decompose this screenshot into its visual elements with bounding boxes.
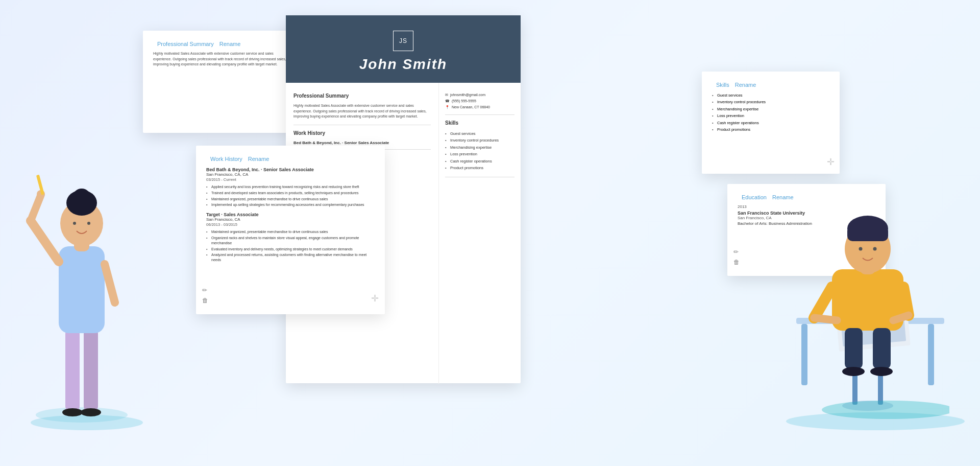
job2-bullet: Analyzed and processed returns, assistin… — [206, 252, 375, 263]
woman-figure-svg — [26, 129, 138, 425]
edu-pencil-icon[interactable]: ✏ — [733, 248, 740, 255]
svg-rect-38 — [845, 328, 863, 369]
job2-title: Target · Sales Associate — [206, 212, 375, 217]
card-actions: ✏ 🗑 — [202, 287, 208, 304]
skill-item: Guest services — [712, 92, 829, 99]
job1-bullet: Maintained organized, presentable mercha… — [206, 196, 375, 202]
svg-point-4 — [81, 408, 101, 416]
work-history-card: Work History Rename Bed Bath & Beyond, I… — [196, 146, 385, 314]
job1-bullets: Applied security and loss prevention tra… — [206, 184, 375, 208]
svg-line-36 — [903, 287, 909, 315]
skill-item: Guest services — [445, 130, 514, 137]
summary-text: Highly motivated Sales Associate with ex… — [153, 51, 291, 67]
ps-title: Professional Summary — [293, 93, 431, 100]
skill-item: Loss prevention — [445, 151, 514, 158]
skill-item: Product promotions — [712, 127, 829, 134]
skill-item: Loss prevention — [712, 113, 829, 120]
svg-point-41 — [870, 367, 893, 376]
svg-line-15 — [105, 264, 115, 302]
svg-point-17 — [87, 222, 90, 225]
svg-point-40 — [842, 367, 865, 376]
skill-item: Cash register operations — [712, 120, 829, 127]
person-right — [786, 159, 949, 425]
location-icon: 📍 — [445, 105, 450, 109]
skills-section-title: Skills Rename — [712, 82, 829, 88]
job2-bullet: Maintained organized, presentable mercha… — [206, 229, 375, 235]
trash-icon[interactable]: 🗑 — [202, 297, 208, 304]
svg-point-44 — [822, 401, 949, 419]
svg-line-11 — [31, 195, 41, 221]
contact-location: 📍 New Canaan, CT 06840 — [445, 105, 514, 109]
job2-dates: 06/2013 - 03/2015 — [206, 222, 375, 227]
svg-point-0 — [36, 407, 128, 423]
svg-point-43 — [873, 247, 877, 251]
job1-bullet: Trained and developed sales team associa… — [206, 190, 375, 196]
contact-phone: ☎ (555) 555-5555 — [445, 99, 514, 103]
job2-bullets: Maintained organized, presentable mercha… — [206, 229, 375, 263]
skills-card: Skills Rename Guest services Inventory c… — [702, 72, 840, 174]
skill-item: Inventory control procedures — [712, 99, 829, 106]
svg-rect-19 — [801, 324, 807, 385]
svg-point-3 — [62, 408, 83, 416]
summary-rename-button[interactable]: Rename — [219, 41, 241, 47]
job1-bullet: Applied security and loss prevention tra… — [206, 184, 375, 190]
svg-point-42 — [859, 247, 863, 251]
svg-rect-33 — [847, 226, 888, 241]
skill-item: Inventory control procedures — [445, 137, 514, 145]
professional-summary-card: Professional Summary Rename Highly motiv… — [143, 31, 301, 133]
svg-rect-39 — [873, 328, 891, 369]
edu-trash-icon[interactable]: 🗑 — [733, 259, 740, 266]
job2-bullet: Evaluated inventory and delivery needs, … — [206, 246, 375, 252]
skill-item: Cash register operations — [445, 158, 514, 165]
svg-rect-5 — [59, 246, 105, 333]
wh-rename-button[interactable]: Rename — [248, 156, 270, 162]
phone-icon: ☎ — [445, 99, 450, 103]
skill-item: Product promotions — [445, 165, 514, 172]
job1-company: San Francisco, CA, CA — [206, 172, 375, 177]
contact-email: ✉ johnsmith@gmail.com — [445, 93, 514, 97]
skills-title-right: Skills — [445, 120, 514, 127]
initials-box: JS — [393, 31, 413, 51]
resume-name: John Smith — [296, 56, 510, 73]
skill-item: Merchandising expertise — [445, 144, 514, 151]
pencil-edit-icon[interactable]: ✏ — [202, 287, 208, 294]
skills-rename-button[interactable]: Rename — [735, 82, 756, 88]
man-figure-svg — [786, 159, 949, 425]
person-left — [26, 129, 138, 425]
skills-list: Guest services Inventory control procedu… — [712, 92, 829, 133]
edu-card-actions: ✏ 🗑 — [733, 248, 740, 266]
job1-bullet: Implemented up-selling strategies for re… — [206, 202, 375, 208]
svg-line-10 — [31, 221, 59, 262]
resume-header: JS John Smith — [286, 15, 521, 83]
wh-company: Bed Bath & Beyond, Inc. · Senior Sales A… — [293, 141, 431, 145]
resume-right-column: ✉ johnsmith@gmail.com ☎ (555) 555-5555 📍… — [439, 83, 521, 384]
svg-point-16 — [73, 222, 76, 225]
svg-rect-20 — [928, 324, 934, 385]
drag-handle-icon[interactable]: ✛ — [371, 293, 379, 304]
skill-item: Merchandising expertise — [712, 106, 829, 113]
svg-point-9 — [72, 189, 91, 207]
ps-text: Highly motivated Sales Associate with ex… — [293, 103, 431, 120]
skills-list-right: Guest services Inventory control procedu… — [445, 130, 514, 172]
summary-section-title: Professional Summary Rename — [153, 41, 291, 47]
job2-bullet: Organized racks and shelves to maintain … — [206, 235, 375, 246]
job1-title: Bed Bath & Beyond, Inc. · Senior Sales A… — [206, 167, 375, 172]
svg-rect-1 — [65, 328, 80, 412]
wh-section-title: Work History Rename — [206, 156, 375, 162]
svg-line-37 — [893, 315, 909, 320]
job1-dates: 03/2015 - Current — [206, 177, 375, 182]
svg-line-35 — [814, 318, 837, 320]
svg-rect-2 — [84, 328, 98, 412]
wh-title: Work History — [293, 130, 431, 137]
scene: Professional Summary Rename Highly motiv… — [0, 0, 980, 466]
email-icon: ✉ — [445, 93, 448, 97]
svg-line-34 — [814, 287, 832, 318]
job2-company: San Francisco, CA — [206, 217, 375, 222]
